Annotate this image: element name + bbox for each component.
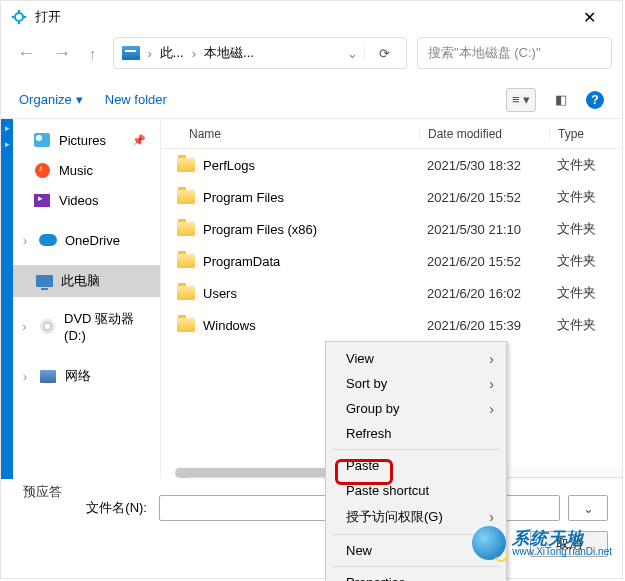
pin-icon: 📌 <box>132 134 152 147</box>
chevron-right-icon[interactable]: › <box>190 46 198 61</box>
help-button[interactable]: ? <box>586 91 604 109</box>
forward-button[interactable]: → <box>53 43 71 64</box>
file-list: PerfLogs2021/5/30 18:32文件夹Program Files2… <box>161 149 622 341</box>
up-button[interactable]: ↑ <box>89 45 97 62</box>
svg-point-3 <box>12 16 15 19</box>
filename-row: 文件名(N): ⌄ <box>1 495 622 521</box>
file-type: 文件夹 <box>549 188 622 206</box>
svg-point-1 <box>18 10 21 13</box>
view-list-button[interactable]: ≡ ▾ <box>506 88 536 112</box>
toolbar: Organize ▾ New folder ≡ ▾ ◧ ? <box>1 81 622 119</box>
close-button[interactable]: ✕ <box>566 1 612 33</box>
svg-point-2 <box>24 16 27 19</box>
sidebar-item-this-pc[interactable]: 此电脑 <box>13 265 160 297</box>
filename-label: 文件名(N): <box>1 499 151 517</box>
folder-icon <box>177 222 195 236</box>
folder-icon <box>177 286 195 300</box>
ctx-refresh[interactable]: Refresh <box>328 421 504 446</box>
bottom-label: 预应答 <box>23 483 62 501</box>
filetype-dropdown[interactable]: ⌄ <box>568 495 608 521</box>
new-folder-button[interactable]: New folder <box>105 92 167 107</box>
left-edge-strip: ▸▸ <box>1 119 13 479</box>
navigation-bar: ← → ↑ › 此... › 本地磁... ⌄ ⟳ 搜索"本地磁盘 (C:)" <box>1 33 622 81</box>
refresh-icon[interactable]: ⟳ <box>371 46 398 61</box>
file-date: 2021/6/20 15:52 <box>419 190 549 205</box>
table-row[interactable]: Windows2021/6/20 15:39文件夹 <box>161 309 622 341</box>
organize-button[interactable]: Organize ▾ <box>19 92 83 107</box>
sidebar-item-videos[interactable]: Videos <box>13 185 160 215</box>
dvd-icon <box>40 319 55 334</box>
svg-point-4 <box>18 22 21 25</box>
file-date: 2021/6/20 15:52 <box>419 254 549 269</box>
cloud-icon <box>39 234 57 246</box>
svg-point-0 <box>15 13 23 21</box>
file-name: PerfLogs <box>203 158 255 173</box>
separator <box>332 449 500 450</box>
watermark-url: www.XiTongTianDi.net <box>512 547 612 557</box>
file-name: Program Files (x86) <box>203 222 317 237</box>
column-type[interactable]: Type <box>549 127 622 141</box>
file-type: 文件夹 <box>549 220 622 238</box>
drive-icon <box>122 46 140 60</box>
pc-icon <box>36 275 53 287</box>
globe-icon <box>472 526 506 560</box>
sidebar-item-network[interactable]: 网络 <box>13 360 160 392</box>
column-name[interactable]: Name <box>161 127 419 141</box>
sidebar-item-pictures[interactable]: Pictures📌 <box>13 125 160 155</box>
ctx-view[interactable]: View <box>328 346 504 371</box>
file-type: 文件夹 <box>549 316 622 334</box>
column-headers: Name Date modified Type <box>161 119 622 149</box>
watermark-title: 系统天地 <box>512 530 612 547</box>
table-row[interactable]: Program Files2021/6/20 15:52文件夹 <box>161 181 622 213</box>
chevron-down-icon: ▾ <box>76 92 83 107</box>
nav-arrows: ← → ↑ <box>11 43 103 64</box>
breadcrumb[interactable]: › 此... › 本地磁... ⌄ ⟳ <box>113 37 408 69</box>
sidebar: Pictures📌 Music Videos OneDrive 此电脑 DVD … <box>13 119 160 479</box>
body: ▸▸ Pictures📌 Music Videos OneDrive 此电脑 D… <box>1 119 622 479</box>
folder-icon <box>177 318 195 332</box>
folder-icon <box>177 254 195 268</box>
file-name: Windows <box>203 318 256 333</box>
file-date: 2021/6/20 16:02 <box>419 286 549 301</box>
ctx-sort-by[interactable]: Sort by <box>328 371 504 396</box>
table-row[interactable]: Users2021/6/20 16:02文件夹 <box>161 277 622 309</box>
file-date: 2021/5/30 18:32 <box>419 158 549 173</box>
titlebar: 打开 ✕ <box>1 1 622 33</box>
chevron-right-icon[interactable]: › <box>146 46 154 61</box>
table-row[interactable]: PerfLogs2021/5/30 18:32文件夹 <box>161 149 622 181</box>
table-row[interactable]: Program Files (x86)2021/5/30 21:10文件夹 <box>161 213 622 245</box>
folder-icon <box>177 190 195 204</box>
file-name: Users <box>203 286 237 301</box>
video-icon <box>34 194 50 207</box>
search-placeholder: 搜索"本地磁盘 (C:)" <box>428 44 541 62</box>
back-button[interactable]: ← <box>17 43 35 64</box>
ctx-paste[interactable]: Paste <box>328 453 504 478</box>
file-type: 文件夹 <box>549 252 622 270</box>
file-date: 2021/5/30 21:10 <box>419 222 549 237</box>
search-input[interactable]: 搜索"本地磁盘 (C:)" <box>417 37 612 69</box>
file-date: 2021/6/20 15:39 <box>419 318 549 333</box>
table-row[interactable]: ProgramData2021/6/20 15:52文件夹 <box>161 245 622 277</box>
sidebar-item-dvd[interactable]: DVD 驱动器 (D:) <box>13 303 160 350</box>
file-type: 文件夹 <box>549 284 622 302</box>
ctx-paste-shortcut[interactable]: Paste shortcut <box>328 478 504 503</box>
file-name: ProgramData <box>203 254 280 269</box>
breadcrumb-part[interactable]: 此... <box>160 44 184 62</box>
network-icon <box>40 370 56 383</box>
music-icon <box>35 163 50 178</box>
sidebar-item-music[interactable]: Music <box>13 155 160 185</box>
watermark: 系统天地 www.XiTongTianDi.net <box>472 526 612 560</box>
folder-icon <box>177 158 195 172</box>
file-type: 文件夹 <box>549 156 622 174</box>
separator <box>332 566 500 567</box>
ctx-properties[interactable]: Properties <box>328 570 504 581</box>
preview-pane-button[interactable]: ◧ <box>546 88 576 112</box>
breadcrumb-dropdown[interactable]: ⌄ <box>343 46 365 61</box>
app-icon <box>11 9 27 25</box>
file-name: Program Files <box>203 190 284 205</box>
window-title: 打开 <box>35 8 566 26</box>
column-date[interactable]: Date modified <box>419 127 549 141</box>
breadcrumb-part[interactable]: 本地磁... <box>204 44 254 62</box>
sidebar-item-onedrive[interactable]: OneDrive <box>13 225 160 255</box>
ctx-group-by[interactable]: Group by <box>328 396 504 421</box>
